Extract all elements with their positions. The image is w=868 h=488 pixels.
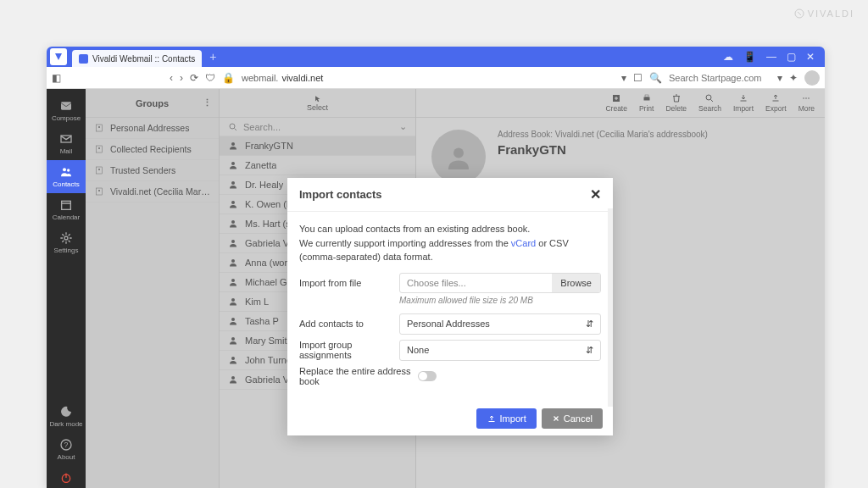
extensions-icon[interactable]: ✦ [789,72,798,84]
shield-icon[interactable]: 🛡 [205,72,215,84]
cancel-button[interactable]: Cancel [542,408,603,429]
svg-line-39 [711,100,714,103]
rail-about[interactable]: ? About [47,433,86,466]
toolbar-export[interactable]: Export [765,93,787,113]
trash-icon [671,93,682,103]
svg-rect-1 [61,102,71,109]
toolbar-search[interactable]: Search [698,93,721,113]
svg-point-4 [67,169,70,171]
modal-description: You can upload contacts from an existing… [299,222,601,264]
svg-point-34 [231,376,235,380]
select-header[interactable]: Select [220,89,415,118]
mobile-icon[interactable]: 📱 [743,51,756,63]
svg-point-31 [231,318,235,321]
replace-label: Replace the entire address book [299,366,418,386]
titlebar: Vivaldi Webmail :: Contacts + ☁ 📱 — ▢ ✕ [47,47,825,67]
select-arrows-icon: ⇵ [586,319,593,330]
profile-avatar-icon[interactable] [804,70,820,86]
contact-name: Zanetta [245,160,276,170]
rail-logout[interactable] [47,466,86,488]
browse-button[interactable]: Browse [552,274,600,292]
toolbar-delete[interactable]: Delete [665,93,687,113]
contact-avatar [431,130,486,184]
toolbar-more[interactable]: More [798,93,815,113]
person-icon [228,160,238,170]
search-engine-icon[interactable]: 🔍 [649,72,662,84]
url-field[interactable]: webmail.vivaldi.net [242,73,323,83]
bookmark-icon[interactable]: ▾ [621,72,626,84]
back-button[interactable]: ‹ [170,72,173,84]
close-window-button[interactable]: ✕ [806,51,815,63]
rail-darkmode[interactable]: Dark mode [47,400,86,433]
group-assign-select[interactable]: None ⇵ [399,340,601,361]
rail-settings[interactable]: Settings [47,226,86,259]
minimize-button[interactable]: — [766,51,776,63]
choose-files-text: Choose files... [400,274,552,292]
svg-point-30 [231,298,235,302]
rail-compose[interactable]: Compose [47,94,86,127]
svg-text:?: ? [64,441,69,449]
svg-point-3 [63,168,66,171]
person-icon [443,141,474,172]
contacts-search[interactable]: Search... ⌄ [220,118,415,136]
maximize-button[interactable]: ▢ [787,51,796,63]
person-icon [228,277,238,287]
group-item-personal[interactable]: Personal Addresses [86,118,219,139]
compose-icon [59,99,73,113]
vcard-link[interactable]: vCard [511,238,536,248]
import-button[interactable]: Import [476,408,537,429]
group-assign-label: Import group assignments [299,340,399,360]
modal-scrollbar[interactable] [608,208,613,407]
toolbar-print[interactable]: Print [639,93,654,113]
svg-point-15 [98,147,100,149]
cloud-icon[interactable]: ☁ [723,51,733,63]
chevron-down-icon[interactable]: ▾ [777,72,782,84]
bookmark-star-icon[interactable]: ☐ [633,72,643,84]
toolbar-import[interactable]: Import [733,93,754,113]
svg-point-43 [453,148,464,158]
reload-button[interactable]: ⟳ [190,72,198,84]
replace-toggle[interactable] [418,371,437,381]
rail-mail[interactable]: Mail [47,127,86,160]
close-icon[interactable]: ✕ [590,186,601,202]
svg-point-7 [64,236,68,240]
contact-item[interactable]: FrankyGTN [220,136,415,156]
vivaldi-logo-icon[interactable] [50,48,67,65]
new-tab-button[interactable]: + [205,49,220,64]
power-icon [59,471,73,485]
add-to-select[interactable]: Personal Addresses ⇵ [399,313,601,335]
svg-rect-5 [62,201,71,209]
group-item-trusted[interactable]: Trusted Senders [86,160,219,181]
search-input[interactable] [669,73,771,83]
svg-point-26 [231,220,235,224]
group-item-collected[interactable]: Collected Recipients [86,139,219,160]
person-icon [228,219,238,229]
person-icon [228,238,238,248]
contact-name: Michael G [245,277,287,287]
contact-name: Tasha P [245,316,279,326]
contact-item[interactable]: Zanetta [220,156,415,175]
file-input[interactable]: Choose files... Browse [399,273,601,293]
rail-calendar[interactable]: Calendar [47,193,86,226]
gear-icon [59,231,73,245]
svg-point-28 [231,259,235,263]
toolbar-create[interactable]: Create [605,93,627,113]
chevron-down-icon[interactable]: ⌄ [399,121,407,132]
rail-contacts[interactable]: Contacts [47,160,86,193]
upload-icon [487,413,497,424]
svg-rect-37 [645,95,648,97]
svg-point-19 [98,190,100,191]
forward-button[interactable]: › [180,72,183,84]
panel-toggle-icon[interactable]: ◧ [52,72,61,84]
browser-tab[interactable]: Vivaldi Webmail :: Contacts [72,50,202,67]
print-icon [642,93,652,103]
svg-point-23 [231,162,235,165]
tab-title: Vivaldi Webmail :: Contacts [92,54,195,64]
search-icon [228,122,238,132]
groups-menu-icon[interactable]: ⋮ [203,97,212,108]
svg-point-22 [231,142,235,146]
mail-icon [59,132,73,146]
contacts-icon [59,165,73,179]
group-item-vivaldi[interactable]: Vivaldi.net (Cecilia Maria's addr... [86,181,219,202]
svg-point-25 [231,201,235,204]
